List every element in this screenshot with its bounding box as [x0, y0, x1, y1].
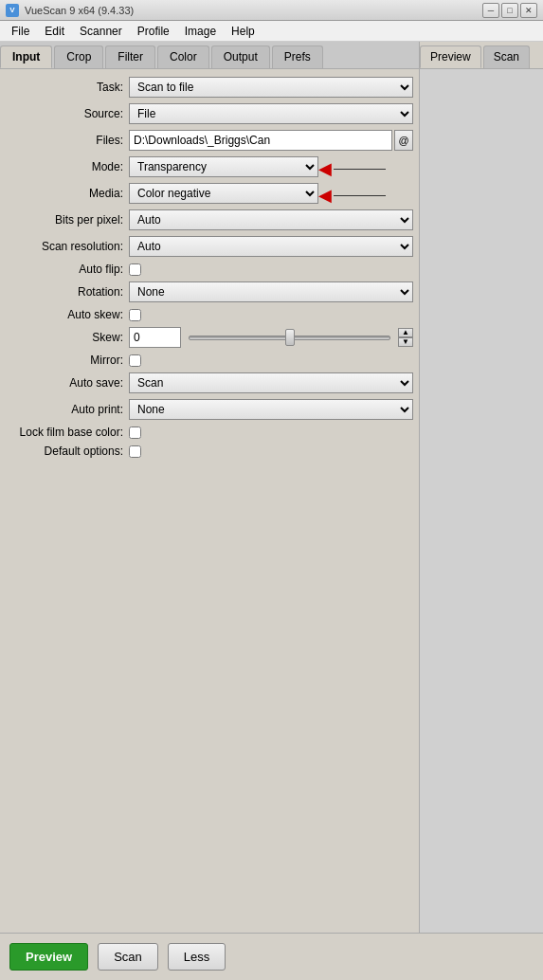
defaultoptions-row: Default options: [6, 445, 413, 458]
mirror-control [129, 354, 413, 367]
close-button[interactable]: ✕ [520, 3, 537, 18]
title-bar-text: VueScan 9 x64 (9.4.33) [25, 5, 477, 16]
mode-select[interactable]: Transparency [129, 156, 318, 177]
main-area: Input Crop Filter Color Output Prefs Tas… [0, 42, 543, 933]
rotation-select[interactable]: None [129, 281, 413, 302]
autoprint-label: Auto print: [6, 403, 129, 416]
tabs-row: Input Crop Filter Color Output Prefs [0, 42, 419, 69]
source-select[interactable]: File [129, 103, 413, 124]
menu-image[interactable]: Image [177, 23, 224, 39]
minimize-button[interactable]: ─ [482, 3, 499, 18]
autosave-label: Auto save: [6, 376, 129, 390]
autoflip-checkbox[interactable] [129, 263, 141, 276]
media-arrow-line [334, 195, 386, 196]
title-bar: V VueScan 9 x64 (9.4.33) ─ □ ✕ [0, 0, 543, 21]
autoprint-select[interactable]: None [129, 399, 413, 420]
files-row: Files: @ [6, 130, 413, 151]
menu-help[interactable]: Help [224, 23, 262, 39]
maximize-button[interactable]: □ [501, 3, 518, 18]
mode-annotation: ◀ [318, 158, 386, 179]
at-button[interactable]: @ [394, 130, 413, 151]
tab-output[interactable]: Output [211, 45, 270, 68]
task-row: Task: Scan to file [6, 77, 413, 98]
files-control: @ [129, 130, 413, 151]
media-select[interactable]: Color negative [129, 183, 318, 204]
skew-spin-buttons: ▲ ▼ [398, 328, 413, 347]
mirror-row: Mirror: [6, 354, 413, 367]
autoskew-row: Auto skew: [6, 308, 413, 321]
rotation-control: None [129, 281, 413, 302]
task-select[interactable]: Scan to file [129, 77, 413, 98]
tab-filter[interactable]: Filter [105, 45, 155, 68]
autosave-control: Scan [129, 372, 413, 393]
mode-arrow-line [334, 169, 386, 170]
menu-edit[interactable]: Edit [37, 23, 72, 39]
less-button[interactable]: Less [168, 943, 226, 971]
bits-control: Auto [129, 209, 413, 230]
resolution-row: Scan resolution: Auto [6, 236, 413, 257]
defaultoptions-checkbox[interactable] [129, 445, 141, 458]
source-label: Source: [6, 107, 129, 120]
autosave-select[interactable]: Scan [129, 372, 413, 393]
skew-control: ▲ ▼ [129, 327, 413, 348]
tab-input[interactable]: Input [0, 45, 52, 68]
resolution-control: Auto [129, 236, 413, 257]
skew-label: Skew: [6, 331, 129, 344]
preview-button[interactable]: Preview [9, 943, 88, 971]
autoprint-control: None [129, 399, 413, 420]
tab-color[interactable]: Color [157, 45, 209, 68]
skew-spin-down[interactable]: ▼ [398, 337, 413, 347]
lockfilm-checkbox[interactable] [129, 426, 141, 439]
task-label: Task: [6, 81, 129, 94]
source-row: Source: File [6, 103, 413, 124]
autoflip-control [129, 263, 413, 276]
rotation-row: Rotation: None [6, 281, 413, 302]
skew-input[interactable] [129, 327, 181, 348]
app-icon: V [6, 4, 19, 17]
skew-spin-up[interactable]: ▲ [398, 328, 413, 337]
right-tabs-row: Preview Scan [420, 42, 543, 69]
defaultoptions-control [129, 445, 413, 458]
mirror-label: Mirror: [6, 354, 129, 367]
autoskew-control [129, 309, 413, 321]
lockfilm-label: Lock film base color: [6, 426, 129, 439]
skew-row: Skew: ▲ ▼ [6, 327, 413, 348]
files-input[interactable] [129, 130, 392, 151]
media-label: Media: [6, 187, 129, 200]
right-panel-content [420, 69, 543, 933]
files-label: Files: [6, 134, 129, 147]
menu-profile[interactable]: Profile [130, 23, 177, 39]
left-panel: Input Crop Filter Color Output Prefs Tas… [0, 42, 420, 933]
scan-button[interactable]: Scan [98, 943, 158, 971]
autoprint-row: Auto print: None [6, 399, 413, 420]
skew-slider-track[interactable] [189, 336, 390, 340]
resolution-select[interactable]: Auto [129, 236, 413, 257]
defaultoptions-label: Default options: [6, 445, 129, 458]
autoflip-row: Auto flip: [6, 263, 413, 276]
skew-slider-thumb[interactable] [285, 329, 295, 346]
media-row: Media: Color negative ◀ [6, 183, 413, 204]
menu-bar: File Edit Scanner Profile Image Help [0, 21, 543, 42]
media-annotation: ◀ [318, 185, 386, 206]
tab-scan[interactable]: Scan [483, 45, 530, 68]
autoskew-checkbox[interactable] [129, 309, 141, 321]
menu-file[interactable]: File [4, 23, 37, 39]
autoflip-label: Auto flip: [6, 263, 129, 276]
lockfilm-control [129, 426, 413, 439]
mode-red-arrow: ◀ [318, 158, 332, 179]
title-bar-buttons: ─ □ ✕ [482, 3, 537, 18]
autosave-row: Auto save: Scan [6, 372, 413, 393]
menu-scanner[interactable]: Scanner [72, 23, 130, 39]
tab-crop[interactable]: Crop [54, 45, 103, 68]
mirror-checkbox[interactable] [129, 354, 141, 367]
source-control: File [129, 103, 413, 124]
tab-prefs[interactable]: Prefs [272, 45, 323, 68]
bits-label: Bits per pixel: [6, 213, 129, 227]
app-icon-letter: V [9, 6, 14, 14]
mode-row: Mode: Transparency ◀ [6, 156, 413, 177]
tab-preview[interactable]: Preview [420, 45, 481, 68]
bits-select[interactable]: Auto [129, 209, 413, 230]
form-area: Task: Scan to file Source: File File [0, 69, 419, 933]
media-red-arrow: ◀ [318, 185, 332, 206]
mode-label: Mode: [6, 160, 129, 173]
